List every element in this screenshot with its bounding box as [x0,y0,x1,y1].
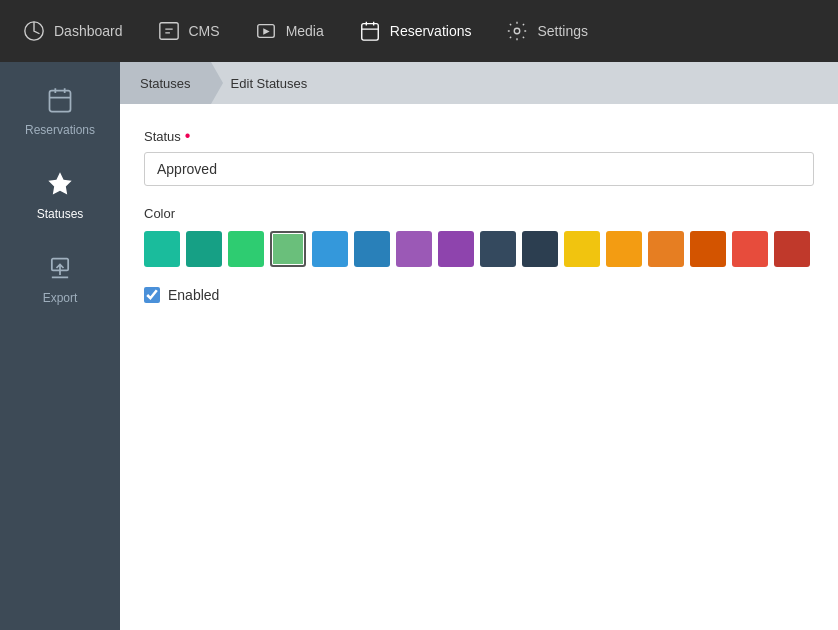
color-swatch-15[interactable] [732,231,768,267]
svg-marker-6 [48,172,71,194]
enabled-checkbox[interactable] [144,287,160,303]
required-indicator: • [185,128,191,144]
color-swatch-11[interactable] [564,231,600,267]
color-swatch-8[interactable] [438,231,474,267]
reservations-icon [358,19,382,43]
color-swatch-16[interactable] [774,231,810,267]
color-swatch-7[interactable] [396,231,432,267]
nav-cms[interactable]: CMS [145,11,232,51]
status-field-group: Status • [144,128,814,186]
main-layout: Reservations Statuses Export Statuses Ed… [0,62,838,630]
dashboard-icon [22,19,46,43]
color-swatch-6[interactable] [354,231,390,267]
color-swatch-14[interactable] [690,231,726,267]
sidebar-export-label: Export [43,291,78,305]
sidebar-statuses-label: Statuses [37,207,84,221]
export-icon [46,254,74,285]
sidebar-item-export[interactable]: Export [0,240,120,319]
color-swatch-13[interactable] [648,231,684,267]
enabled-field-group: Enabled [144,287,814,303]
color-swatch-2[interactable] [186,231,222,267]
color-swatch-3[interactable] [228,231,264,267]
breadcrumb-edit-statuses[interactable]: Edit Statuses [211,62,328,104]
sidebar: Reservations Statuses Export [0,62,120,630]
color-swatch-1[interactable] [144,231,180,267]
color-swatch-9[interactable] [480,231,516,267]
breadcrumb-statuses[interactable]: Statuses [120,62,211,104]
status-label: Status • [144,128,814,144]
navbar: Dashboard CMS Media Reservations Setting… [0,0,838,62]
sidebar-reservations-label: Reservations [25,123,95,137]
svg-rect-5 [50,91,71,112]
nav-settings-label: Settings [537,23,588,39]
breadcrumb: Statuses Edit Statuses [120,62,838,104]
nav-media-label: Media [286,23,324,39]
nav-settings[interactable]: Settings [493,11,600,51]
color-label: Color [144,206,814,221]
color-swatch-5[interactable] [312,231,348,267]
status-input[interactable] [144,152,814,186]
svg-rect-3 [362,24,379,40]
nav-dashboard-label: Dashboard [54,23,123,39]
cms-icon [157,19,181,43]
color-swatch-12[interactable] [606,231,642,267]
content-area: Statuses Edit Statuses Status • Color [120,62,838,630]
enabled-label: Enabled [168,287,219,303]
calendar-icon [46,86,74,117]
sidebar-item-statuses[interactable]: Statuses [0,156,120,235]
nav-media[interactable]: Media [242,11,336,51]
media-icon [254,19,278,43]
star-icon [46,170,74,201]
settings-icon [505,19,529,43]
nav-reservations-label: Reservations [390,23,472,39]
color-swatches [144,231,814,267]
form-area: Status • Color Enabled [120,104,838,630]
color-swatch-4[interactable] [270,231,306,267]
svg-point-4 [515,28,521,34]
nav-dashboard[interactable]: Dashboard [10,11,135,51]
svg-rect-1 [159,23,177,40]
color-field-group: Color [144,206,814,267]
nav-reservations[interactable]: Reservations [346,11,484,51]
nav-cms-label: CMS [189,23,220,39]
sidebar-item-reservations[interactable]: Reservations [0,72,120,151]
color-swatch-10[interactable] [522,231,558,267]
